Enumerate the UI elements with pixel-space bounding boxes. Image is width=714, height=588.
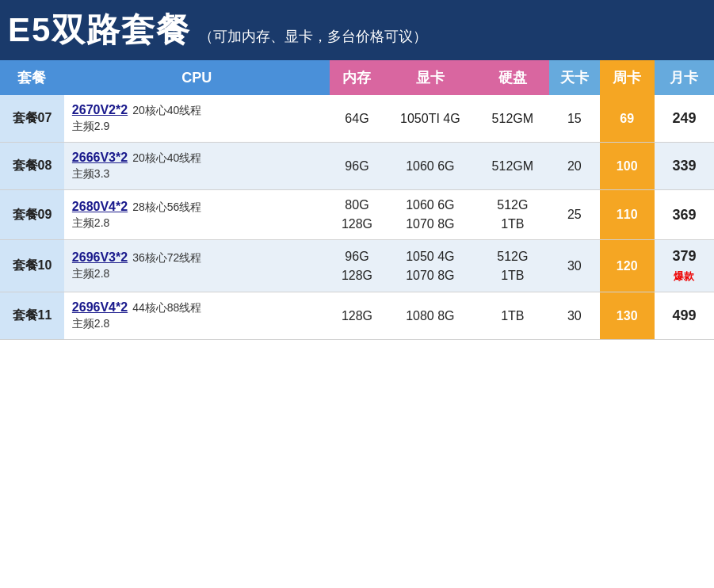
cell-month: 499	[655, 292, 714, 340]
cell-week: 100	[600, 143, 655, 190]
gpu-value: 1060 6G	[406, 198, 454, 212]
pricing-table: 套餐 CPU 内存 显卡 硬盘 天卡 周卡 月卡 套餐072670V2*220核…	[0, 60, 714, 340]
cell-disk: 1TB	[476, 292, 549, 340]
cpu-model: 2696V4*2	[72, 300, 128, 314]
cell-suite: 套餐11	[0, 292, 64, 340]
cpu-model: 2680V4*2	[72, 200, 128, 213]
header-month: 月卡	[655, 60, 714, 95]
table-row: 套餐072670V2*220核心40线程主频2.964G1050TI 4G512…	[0, 95, 714, 143]
title-sub: （可加内存、显卡，多台价格可议）	[199, 27, 427, 46]
cell-week: 120	[600, 240, 655, 292]
cell-disk: 512G1TB	[476, 190, 549, 240]
cpu-model: 2666V3*2	[72, 151, 128, 164]
mem-value: 96G	[345, 250, 368, 264]
cell-gpu: 1080 8G	[384, 292, 476, 340]
gpu-value: 1050 4G	[406, 250, 454, 264]
cpu-freq: 主频2.9	[72, 120, 325, 134]
cell-gpu: 1060 6G	[384, 143, 476, 190]
cpu-freq: 主频2.8	[72, 216, 325, 231]
cell-suite: 套餐07	[0, 95, 64, 143]
cell-suite: 套餐08	[0, 143, 64, 190]
table-body: 套餐072670V2*220核心40线程主频2.964G1050TI 4G512…	[0, 95, 714, 340]
cell-cpu: 2670V2*220核心40线程主频2.9	[64, 95, 330, 143]
cell-day: 30	[549, 240, 600, 292]
disk-value: 512G	[497, 198, 528, 212]
table-row: 套餐112696V4*244核心88线程主频2.8128G1080 8G1TB3…	[0, 292, 714, 340]
cell-cpu: 2696V4*244核心88线程主频2.8	[64, 292, 330, 340]
table-wrapper: 套餐 CPU 内存 显卡 硬盘 天卡 周卡 月卡 套餐072670V2*220核…	[0, 60, 714, 340]
header-mem: 内存	[330, 60, 384, 95]
cpu-freq: 主频2.8	[72, 317, 325, 331]
cell-disk: 512GM	[476, 143, 549, 190]
disk-value: 512G	[497, 250, 528, 264]
header-disk: 硬盘	[476, 60, 549, 95]
cell-month: 249	[655, 95, 714, 143]
cell-day: 25	[549, 190, 600, 240]
table-row: 套餐082666V3*220核心40线程主频3.396G1060 6G512GM…	[0, 143, 714, 190]
cell-mem: 80G128G	[330, 190, 384, 240]
header-week: 周卡	[600, 60, 655, 95]
gpu-value: 1070 8G	[406, 217, 454, 231]
title-bar: E5双路套餐 （可加内存、显卡，多台价格可议）	[0, 0, 714, 60]
cpu-freq: 主频3.3	[72, 167, 325, 181]
cell-week: 130	[600, 292, 655, 340]
mem-value: 128G	[342, 269, 372, 283]
table-header-row: 套餐 CPU 内存 显卡 硬盘 天卡 周卡 月卡	[0, 60, 714, 95]
page-wrapper: E5双路套餐 （可加内存、显卡，多台价格可议） 套餐 CPU 内存 显卡 硬盘 …	[0, 0, 714, 340]
cpu-freq: 主频2.8	[72, 267, 325, 281]
title-main: E5双路套餐	[8, 8, 191, 52]
cell-cpu: 2696V3*236核心72线程主频2.8	[64, 240, 330, 292]
cpu-cores: 36核心72线程	[132, 251, 201, 264]
cell-suite: 套餐09	[0, 190, 64, 240]
disk-value: 1TB	[501, 217, 524, 231]
cell-week: 110	[600, 190, 655, 240]
cell-month: 369	[655, 190, 714, 240]
cell-mem: 128G	[330, 292, 384, 340]
cell-day: 20	[549, 143, 600, 190]
cell-month: 379爆款	[655, 240, 714, 292]
cell-cpu: 2666V3*220核心40线程主频3.3	[64, 143, 330, 190]
cell-disk: 512G1TB	[476, 240, 549, 292]
header-gpu: 显卡	[384, 60, 476, 95]
cell-mem: 96G128G	[330, 240, 384, 292]
cell-day: 30	[549, 292, 600, 340]
cell-suite: 套餐10	[0, 240, 64, 292]
cpu-cores: 20核心40线程	[132, 151, 201, 164]
cpu-cores: 44核心88线程	[132, 301, 201, 314]
gpu-value: 1070 8G	[406, 269, 454, 283]
cell-gpu: 1050 4G1070 8G	[384, 240, 476, 292]
cell-month: 339	[655, 143, 714, 190]
month-price: 379	[672, 248, 696, 265]
hot-badge: 爆款	[674, 269, 694, 284]
header-cpu: CPU	[64, 60, 330, 95]
cell-week: 69	[600, 95, 655, 143]
mem-value: 80G	[345, 198, 368, 212]
cell-gpu: 1060 6G1070 8G	[384, 190, 476, 240]
cell-disk: 512GM	[476, 95, 549, 143]
cell-mem: 64G	[330, 95, 384, 143]
cpu-model: 2696V3*2	[72, 250, 128, 264]
cell-cpu: 2680V4*228核心56线程主频2.8	[64, 190, 330, 240]
disk-value: 1TB	[501, 269, 524, 283]
cell-day: 15	[549, 95, 600, 143]
cpu-cores: 20核心40线程	[132, 104, 201, 116]
cell-mem: 96G	[330, 143, 384, 190]
table-row: 套餐102696V3*236核心72线程主频2.896G128G1050 4G1…	[0, 240, 714, 292]
header-day: 天卡	[549, 60, 600, 95]
cpu-model: 2670V2*2	[72, 103, 128, 116]
mem-value: 128G	[342, 217, 372, 231]
table-row: 套餐092680V4*228核心56线程主频2.880G128G1060 6G1…	[0, 190, 714, 240]
header-suite: 套餐	[0, 60, 64, 95]
cpu-cores: 28核心56线程	[132, 200, 201, 213]
cell-gpu: 1050TI 4G	[384, 95, 476, 143]
